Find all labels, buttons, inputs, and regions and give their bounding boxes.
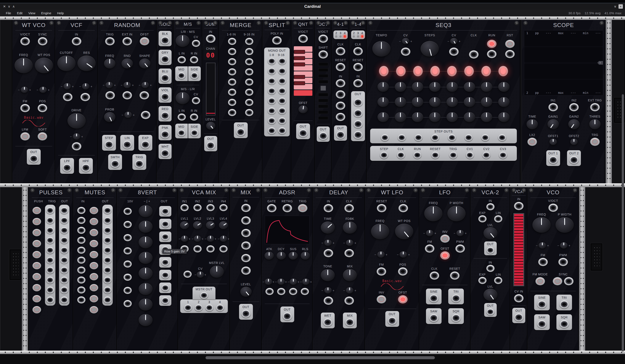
split-output-port[interactable] bbox=[268, 97, 276, 104]
push-button[interactable] bbox=[32, 240, 41, 247]
black-key[interactable] bbox=[294, 50, 305, 54]
gain1-knob[interactable] bbox=[548, 119, 559, 129]
noise-output-port[interactable] bbox=[160, 55, 170, 63]
split-output-port[interactable] bbox=[268, 67, 276, 75]
gain-output-port[interactable] bbox=[161, 221, 169, 228]
white-key-selected[interactable] bbox=[294, 90, 312, 96]
trig-button[interactable] bbox=[298, 204, 308, 212]
seq-output-port[interactable] bbox=[499, 152, 507, 159]
step-gate-output-port[interactable] bbox=[431, 134, 439, 141]
seq-output-port[interactable] bbox=[397, 152, 405, 159]
time-knob[interactable] bbox=[527, 119, 538, 129]
cv1-step-knob[interactable] bbox=[464, 82, 475, 92]
split-output-port[interactable] bbox=[278, 77, 286, 84]
cv3-step-knob[interactable] bbox=[464, 112, 475, 122]
push-button[interactable] bbox=[32, 295, 41, 302]
gain-knob[interactable] bbox=[139, 314, 153, 326]
wtpos-knob[interactable] bbox=[395, 224, 413, 239]
step-gate-output-port[interactable] bbox=[498, 134, 506, 141]
freq-knob[interactable] bbox=[424, 206, 442, 221]
saw-output-port[interactable] bbox=[429, 314, 438, 322]
mute-input-port[interactable] bbox=[77, 217, 86, 224]
mute-input-port[interactable] bbox=[77, 237, 86, 244]
seq-output-port[interactable] bbox=[449, 152, 457, 159]
decode-knob[interactable] bbox=[176, 92, 189, 104]
mix-cv-trim[interactable] bbox=[346, 287, 353, 294]
octave-segment[interactable] bbox=[318, 99, 328, 102]
envelope-knob[interactable] bbox=[277, 252, 286, 260]
pulse-output-port[interactable] bbox=[60, 256, 68, 264]
poly-out-port[interactable] bbox=[236, 128, 246, 136]
ext-trg-port[interactable] bbox=[590, 103, 600, 111]
merge-input-port[interactable] bbox=[228, 89, 236, 96]
atk-cv-port[interactable] bbox=[265, 288, 274, 295]
time-cv-port[interactable] bbox=[324, 249, 333, 257]
res-trim-knob[interactable] bbox=[82, 83, 89, 89]
ofst1-trim[interactable] bbox=[550, 139, 557, 145]
mute-button[interactable] bbox=[90, 262, 98, 269]
push-button[interactable] bbox=[32, 218, 41, 225]
signal-input-port[interactable] bbox=[336, 79, 345, 87]
split-output-port[interactable] bbox=[278, 97, 286, 104]
step-gate-output-port[interactable] bbox=[465, 134, 473, 141]
black-key[interactable] bbox=[294, 56, 305, 60]
lx2-button[interactable] bbox=[528, 138, 537, 146]
cv1-step-knob[interactable] bbox=[429, 82, 440, 92]
gain-knob[interactable] bbox=[139, 252, 153, 264]
level-knob[interactable] bbox=[219, 221, 228, 229]
push-button[interactable] bbox=[32, 262, 41, 269]
level-knob[interactable] bbox=[484, 227, 497, 239]
clock-input-port[interactable] bbox=[344, 204, 354, 212]
level-cv-port[interactable] bbox=[206, 245, 215, 252]
pwidth-knob[interactable] bbox=[447, 206, 466, 221]
trig-output-port[interactable] bbox=[46, 256, 54, 264]
octave-segment[interactable] bbox=[318, 116, 328, 120]
sus-cv-trim[interactable] bbox=[290, 279, 297, 285]
sync-button[interactable] bbox=[553, 277, 562, 285]
mute-output-port[interactable] bbox=[103, 227, 112, 234]
out1-port[interactable] bbox=[548, 156, 558, 164]
out-port[interactable] bbox=[336, 131, 345, 139]
reset-button[interactable] bbox=[505, 40, 515, 48]
out-port[interactable] bbox=[353, 98, 363, 107]
time-cv-trim[interactable] bbox=[324, 240, 332, 246]
vertical-scrollbar[interactable] bbox=[622, 94, 624, 351]
trigger-marker[interactable]: T bbox=[597, 61, 603, 65]
mute-button[interactable] bbox=[90, 295, 98, 302]
merge-input-port[interactable] bbox=[245, 48, 253, 55]
sus-cv-port[interactable] bbox=[289, 288, 297, 295]
mute-output-port[interactable] bbox=[103, 256, 112, 264]
steps-cv-port[interactable] bbox=[449, 48, 459, 56]
drive-trim-knob[interactable] bbox=[73, 133, 80, 140]
split-output-port[interactable] bbox=[278, 107, 286, 114]
push-button[interactable] bbox=[32, 229, 41, 236]
gain-input-port[interactable] bbox=[124, 208, 132, 215]
fm-input-port[interactable] bbox=[20, 104, 30, 112]
clk-input-port[interactable] bbox=[353, 47, 363, 55]
drive-knob[interactable] bbox=[67, 113, 86, 129]
mute-output-port[interactable] bbox=[103, 217, 112, 224]
wtpos-trim-knob[interactable] bbox=[39, 87, 47, 93]
trig-output-port[interactable] bbox=[46, 207, 54, 214]
merge-input-port[interactable] bbox=[245, 58, 253, 65]
lpf-output-port[interactable] bbox=[62, 164, 72, 172]
envelope-knob[interactable] bbox=[289, 252, 298, 260]
step-gate-output-port[interactable] bbox=[398, 134, 406, 141]
master-cv-port[interactable] bbox=[184, 271, 192, 278]
mute-input-port[interactable] bbox=[77, 267, 86, 274]
gain-output-port[interactable] bbox=[161, 233, 169, 240]
wtpos-trim-knob[interactable] bbox=[400, 252, 407, 258]
mute-button[interactable] bbox=[90, 273, 98, 280]
run-input-port[interactable] bbox=[487, 50, 497, 58]
step-gate-output-port[interactable] bbox=[414, 134, 423, 141]
dcy-cv-port[interactable] bbox=[277, 288, 285, 295]
step-button[interactable] bbox=[413, 66, 423, 76]
gain-input-port[interactable] bbox=[124, 234, 132, 241]
level-cv-trim[interactable] bbox=[194, 236, 201, 242]
pulse-output-port[interactable] bbox=[60, 247, 68, 254]
dcy-cv-trim[interactable] bbox=[277, 279, 285, 285]
cv3-step-knob[interactable] bbox=[412, 112, 423, 122]
pos-input-port[interactable] bbox=[398, 267, 407, 276]
fdbk-knob[interactable] bbox=[343, 222, 357, 234]
left-input-port[interactable] bbox=[178, 56, 186, 63]
